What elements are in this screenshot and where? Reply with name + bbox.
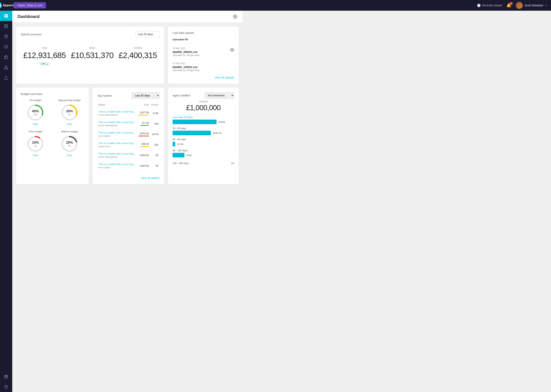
table-row: This is a matter with a very long ... Ac… [97,119,160,129]
matter-link[interactable]: This is a matter with a very long ... [98,152,136,155]
spend-summary-card: Spend summary Last 30 days Last 60 days … [16,27,164,84]
network-icon [4,65,8,70]
svg-point-24 [235,16,236,17]
without-budget-percent: 20% [66,140,73,145]
eye-icon[interactable] [230,48,234,52]
view-all-matters[interactable]: View all matters [97,174,160,180]
aged-unbilled-card: Aged unbilled All connections Unbilled £… [168,88,239,184]
over-budget-count: 30 [32,145,39,147]
table-row: This is a matter with a very long ... Da… [97,140,160,150]
billed-metric: Billed £10,531,370 [71,46,114,66]
matter-period: £2k [150,140,160,150]
spend-summary-title: Spend summary [21,33,42,36]
top-matters-dropdown[interactable]: Last 30 days Last 60 days [132,92,160,99]
aged-last-row: 180 - 365 days £0 [173,160,234,165]
view-all-uploads[interactable]: View all uploads [173,76,234,79]
topbar-logo: Apperio [0,0,12,11]
on-budget-count: 120 [32,113,39,116]
recently-viewed[interactable]: 🕐 Recently viewed [477,4,502,7]
matter-client: Acme International [98,114,136,116]
total-label: Total [23,46,66,49]
sidebar-item-matters[interactable] [0,52,12,62]
upload-item: 12 Mar 2021 datafile_120321.csv Uploaded… [173,59,234,74]
matter-period: 10k [150,119,160,129]
budget-without-view[interactable]: View [67,154,72,157]
app-name: Apperio [3,4,14,7]
sidebar-item-analytics[interactable] [0,31,12,42]
table-row: This is a matter with a very long ... Ac… [97,108,160,119]
top-matters-title: Top matters [97,94,112,97]
matter-link[interactable]: This is a matter with a very long ... [98,121,136,124]
notifications[interactable]: 🔔 6 [507,3,511,8]
upload-card-title: Last data upload [173,31,194,34]
sidebar-item-help[interactable] [0,382,12,392]
grid-icon [4,14,8,18]
matter-link[interactable]: This is a matter with a very long ... [98,131,136,134]
page-title: Dashboard [18,14,40,19]
sidebar-item-upload[interactable] [0,73,12,83]
spend-summary-dropdown[interactable]: Last 30 days Last 60 days Last 90 days [135,31,160,37]
budget-over-view[interactable]: View [33,154,38,157]
upload-by: Uploaded by: Morgan May [173,54,200,56]
budget-approaching-view[interactable]: View [67,123,72,126]
top-matters-card: Top matters Last 30 days Last 60 days Ma… [93,88,164,184]
budget-approaching-label: Approaching budget [58,99,80,102]
settings-icon[interactable] [233,14,237,19]
col-matter: Matter [97,102,137,108]
budget-item-on: On budget 40% 120 View [21,99,50,126]
matter-total: £243.4k [140,132,149,135]
last-data-upload-card: Last data upload Uploaded file 26 Mar 20… [168,27,239,84]
user-menu[interactable]: Scott Sebastian ▾ [516,2,546,9]
notification-badge: 6 [509,2,513,5]
matter-total: £362.6k [140,164,149,167]
matter-period: £13k [150,108,160,119]
sidebar-item-reports[interactable] [0,21,12,31]
sidebar-item-network[interactable] [0,62,12,73]
matter-client: Acme International [98,124,136,127]
matter-total: £362.6k [140,154,149,157]
matter-link[interactable]: This is a matter with a very long ... [98,142,136,145]
svg-rect-3 [6,16,8,18]
uploaded-file-label: Uploaded file [173,38,188,41]
aged-unbilled-value: £1,000,000 [173,104,234,112]
aged-bar-row: 30 - 60 days £442.5k [173,127,234,135]
on-budget-percent: 40% [32,109,39,113]
budget-over-label: Over budget [29,130,42,133]
billed-value: £10,531,370 [71,51,114,60]
total-metric: Total £12,931,685 +6% ▲ [23,46,66,66]
matter-period: £5.5k [150,129,160,140]
svg-rect-12 [5,56,8,59]
aged-unbilled-title: Aged unbilled [173,94,190,97]
matter-link[interactable]: This is a matter with a very long ... [98,110,136,113]
upload-filename: datafile_120321.csv [173,65,234,69]
aged-unbilled-label: Unbilled [173,100,234,103]
billed-label: Billed [71,46,114,49]
without-budget-count: 60 [66,145,73,147]
help-icon [4,385,8,389]
upload-item: 26 Mar 2021 datafile_260321.csv Uploaded… [173,44,234,59]
matter-client: Darko Corp [98,145,136,148]
sidebar-item-gifts[interactable] [0,371,12,382]
upload-date: 26 Mar 2021 [173,47,200,50]
svg-line-18 [5,67,6,68]
budget-on-view[interactable]: View [33,123,38,126]
table-row: This is a matter with a very long ... Ac… [97,161,160,171]
svg-rect-0 [4,14,6,16]
page-header: Dashboard [12,11,243,23]
matter-total: £107.5k [140,111,149,114]
upload-by: Uploaded by: Morgan May [173,69,234,72]
svg-point-16 [4,68,6,69]
sidebar-item-dashboard[interactable] [0,11,12,21]
table-row: This is a matter with a very long ... Ac… [97,150,160,161]
budget-summary-card: Budget summary On budget 40% [16,88,89,184]
aged-unbilled-dropdown[interactable]: All connections [205,92,234,98]
spend-badge: +6% ▲ [39,62,50,66]
matter-link[interactable]: This is a matter with a very long ... [98,163,136,166]
svg-rect-2 [4,16,6,18]
budget-without-label: Without budget [61,130,78,133]
upload-filename: datafile_260321.csv [173,50,200,54]
firm-button[interactable]: Patton, Shaw & Lord [14,2,46,8]
unbilled-value: £2,400,315 [119,51,157,60]
sidebar-item-billing[interactable] [0,42,12,52]
aged-bar-row: Less than 30 days £500k [173,116,234,124]
